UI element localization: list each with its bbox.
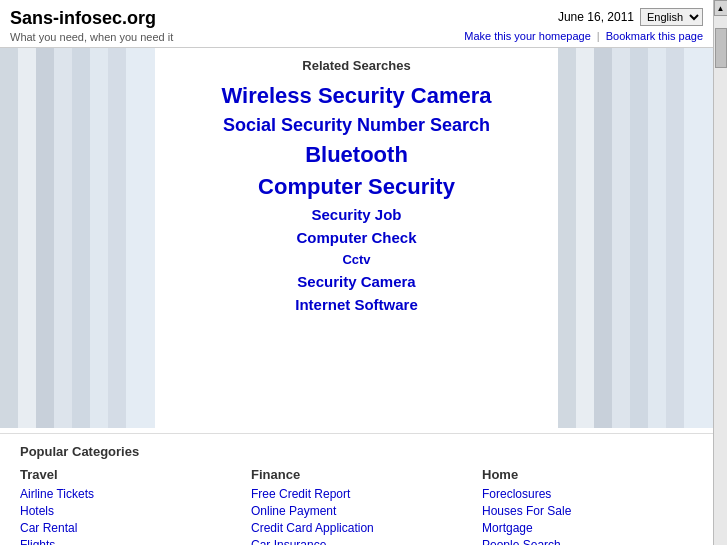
header-left: Sans-infosec.org What you need, when you… — [10, 8, 173, 43]
main-content: Related Searches Wireless Security Camer… — [0, 48, 713, 428]
category-header: Travel — [20, 467, 231, 482]
search-link[interactable]: Security Camera — [175, 273, 538, 290]
search-links-container: Wireless Security CameraSocial Security … — [175, 83, 538, 313]
bookmark-link[interactable]: Bookmark this page — [606, 30, 703, 42]
category-link[interactable]: Online Payment — [251, 504, 462, 518]
right-decoration — [558, 48, 713, 428]
category-column: HomeForeclosuresHouses For SaleMortgageP… — [482, 467, 693, 545]
scroll-thumb[interactable] — [715, 28, 727, 68]
category-link[interactable]: Airline Tickets — [20, 487, 231, 501]
category-link[interactable]: Car Rental — [20, 521, 231, 535]
search-link[interactable]: Social Security Number Search — [175, 115, 538, 136]
category-column: FinanceFree Credit ReportOnline PaymentC… — [251, 467, 462, 545]
category-link[interactable]: Mortgage — [482, 521, 693, 535]
category-link[interactable]: Free Credit Report — [251, 487, 462, 501]
search-link[interactable]: Computer Check — [175, 229, 538, 246]
scrollbar: ▲ ▼ — [713, 0, 727, 545]
popular-section: Popular Categories TravelAirline Tickets… — [0, 433, 713, 545]
header-date: June 16, 2011 English — [464, 8, 703, 26]
category-link[interactable]: Car Insurance — [251, 538, 462, 545]
site-tagline: What you need, when you need it — [10, 31, 173, 43]
search-link[interactable]: Bluetooth — [175, 142, 538, 168]
scroll-up-button[interactable]: ▲ — [714, 0, 728, 16]
category-link[interactable]: Credit Card Application — [251, 521, 462, 535]
category-link[interactable]: Hotels — [20, 504, 231, 518]
related-searches-title: Related Searches — [175, 58, 538, 73]
center-content: Related Searches Wireless Security Camer… — [155, 48, 558, 428]
category-column: TravelAirline TicketsHotelsCar RentalFli… — [20, 467, 231, 545]
search-link[interactable]: Computer Security — [175, 174, 538, 200]
header: Sans-infosec.org What you need, when you… — [0, 0, 713, 48]
category-header: Home — [482, 467, 693, 482]
header-links: Make this your homepage | Bookmark this … — [464, 30, 703, 42]
header-right: June 16, 2011 English Make this your hom… — [464, 8, 703, 42]
language-select[interactable]: English — [640, 8, 703, 26]
category-link[interactable]: People Search — [482, 538, 693, 545]
search-link[interactable]: Internet Software — [175, 296, 538, 313]
category-link[interactable]: Houses For Sale — [482, 504, 693, 518]
scroll-track[interactable] — [715, 18, 727, 545]
search-link[interactable]: Cctv — [175, 252, 538, 267]
search-link[interactable]: Security Job — [175, 206, 538, 223]
category-link[interactable]: Flights — [20, 538, 231, 545]
date-text: June 16, 2011 — [558, 10, 634, 24]
popular-categories-title: Popular Categories — [20, 444, 693, 459]
categories-grid: TravelAirline TicketsHotelsCar RentalFli… — [20, 467, 693, 545]
search-link[interactable]: Wireless Security Camera — [175, 83, 538, 109]
link-separator: | — [597, 30, 600, 42]
category-header: Finance — [251, 467, 462, 482]
category-link[interactable]: Foreclosures — [482, 487, 693, 501]
homepage-link[interactable]: Make this your homepage — [464, 30, 591, 42]
site-title: Sans-infosec.org — [10, 8, 173, 29]
left-decoration — [0, 48, 155, 428]
